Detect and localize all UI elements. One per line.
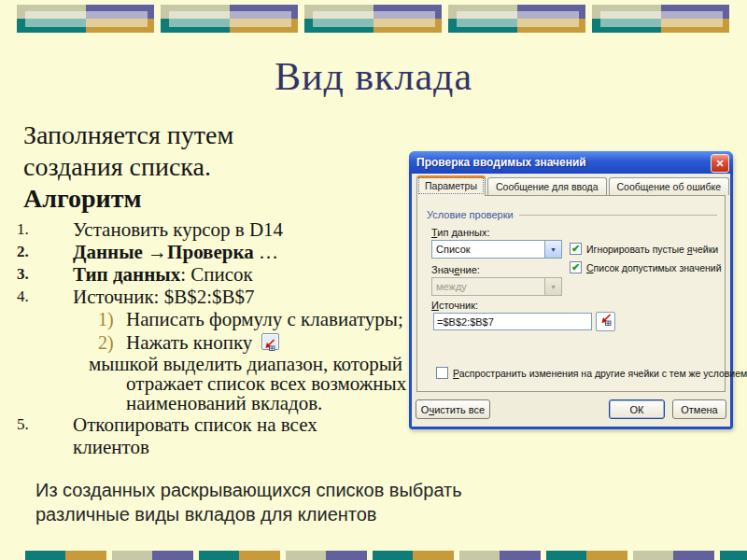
list-text: Данные →Проверка …: [73, 241, 278, 263]
tab-page-parameters: Условие проверки Тип данных: Список ▼ ✔ …: [416, 195, 726, 392]
checkbox-label: Распространить изменения на другие ячейк…: [453, 368, 747, 379]
dialog-tabs: Параметры Сообщение для ввода Сообщение …: [416, 175, 729, 195]
tab-error-message[interactable]: Сообщение об ошибке: [609, 177, 730, 195]
ok-button[interactable]: ОК: [609, 399, 665, 419]
algorithm-heading: Алгоритм: [23, 183, 233, 215]
list-text: Тип данных: Список: [73, 263, 253, 286]
footer-note: Из созданных раскрывающихся списков выбр…: [35, 478, 462, 526]
checkbox-box[interactable]: ✔: [570, 261, 582, 273]
list-item: 3. Тип данных: Список: [0, 263, 411, 286]
checkbox-box[interactable]: [436, 367, 448, 379]
chevron-down-icon: ▼: [544, 278, 561, 295]
collapse-dialog-icon: [599, 314, 613, 330]
value-label: Значение:: [431, 264, 480, 275]
top-decoration: [17, 5, 729, 33]
list-number: 2.: [17, 241, 73, 263]
list-item: 4. Источник: $B$2:$B$7: [0, 286, 411, 308]
in-cell-dropdown-checkbox[interactable]: ✔ Список допустимых значений: [570, 261, 722, 273]
group-label: Условие проверки: [427, 209, 514, 220]
sub-list-item: 1) Написать формулу с клавиатуры;: [0, 308, 411, 331]
checkbox-label: Игнорировать пустые ячейки: [586, 244, 718, 255]
bottom-decoration: [25, 551, 747, 560]
dialog-body: Параметры Сообщение для ввода Сообщение …: [412, 174, 730, 427]
presentation-slide: Вид вклада Заполняется путем создания сп…: [0, 0, 747, 560]
decoration-block: [17, 5, 154, 33]
list-text: Установить курсор в D14: [73, 218, 283, 241]
decoration-block: [161, 5, 298, 33]
source-label: Источник:: [431, 300, 478, 311]
intro-text: Заполняется путем создания списка. Алгор…: [23, 119, 233, 215]
group-divider: [519, 215, 717, 216]
page-title: Вид вклада: [0, 54, 747, 99]
dialog-titlebar[interactable]: Проверка вводимых значений: [409, 151, 733, 174]
source-input[interactable]: =$B$2:$B$7: [433, 313, 592, 330]
collapse-dialog-button[interactable]: [596, 312, 615, 331]
value-select-disabled: между ▼: [431, 277, 562, 296]
sub-list-number: 1): [98, 308, 126, 331]
list-item: 2. Данные →Проверка …: [0, 241, 411, 263]
clear-all-button[interactable]: Очистить все: [416, 399, 490, 419]
tab-parameters[interactable]: Параметры: [416, 175, 486, 196]
close-button[interactable]: ✕: [711, 154, 729, 173]
dialog-button-row: Очистить все ОК Отмена: [412, 393, 730, 427]
algorithm-list: 1. Установить курсор в D14 2. Данные →Пр…: [0, 218, 411, 458]
sub-list-number: 2): [98, 331, 126, 355]
tab-input-message[interactable]: Сообщение для ввода: [487, 177, 607, 195]
sub-list-text: Нажать кнопку: [126, 331, 279, 355]
list-continuation: отражает список всех возможных: [0, 374, 411, 394]
decoration-block: [304, 5, 442, 33]
footer-note-line: различные виды вкладов для клиентов: [35, 502, 462, 526]
data-type-select[interactable]: Список ▼: [431, 240, 562, 259]
dialog-title: Проверка вводимых значений: [409, 156, 586, 169]
list-number: 1.: [17, 218, 73, 241]
checkbox-box[interactable]: ✔: [570, 243, 582, 255]
intro-line: Заполняется путем: [23, 119, 233, 151]
ignore-blank-checkbox[interactable]: ✔ Игнорировать пустые ячейки: [570, 243, 718, 255]
decoration-block: [448, 5, 585, 33]
checkbox-label: Список допустимых значений: [586, 262, 722, 273]
list-item: 1. Установить курсор в D14: [0, 218, 411, 241]
footer-note-line: Из созданных раскрывающихся списков выбр…: [35, 478, 462, 502]
sub-list-text: Написать формулу с клавиатуры;: [126, 308, 403, 331]
list-continuation: мышкой выделить диапазон, который: [0, 355, 411, 374]
data-validation-dialog: Проверка вводимых значений ✕ Параметры С…: [409, 151, 733, 429]
check-icon: ✔: [571, 262, 580, 273]
value-select-value: между: [436, 281, 467, 292]
data-type-value: Список: [436, 244, 471, 255]
close-icon: ✕: [715, 159, 724, 169]
chevron-down-icon[interactable]: ▼: [544, 241, 561, 258]
list-text: Источник: $B$2:$B$7: [73, 286, 255, 308]
list-number: 5.: [17, 413, 73, 458]
list-number: 3.: [17, 263, 73, 286]
cancel-button[interactable]: Отмена: [672, 399, 726, 419]
data-type-label: Тип данных:: [431, 227, 490, 238]
validation-condition-group: Условие проверки: [427, 209, 717, 220]
check-icon: ✔: [571, 244, 580, 254]
decoration-block: [592, 5, 729, 33]
list-number: 4.: [17, 286, 73, 308]
sub-list-item: 2) Нажать кнопку: [0, 331, 411, 355]
collapse-dialog-icon: [261, 333, 279, 350]
list-item: 5. Откопировать список на всехклиентов: [0, 413, 411, 458]
intro-line: создания списка.: [23, 151, 233, 183]
apply-to-other-cells-checkbox[interactable]: Распространить изменения на другие ячейк…: [436, 367, 747, 379]
list-continuation: наименований вкладов.: [0, 394, 411, 413]
list-text: Откопировать список на всехклиентов: [73, 413, 317, 458]
